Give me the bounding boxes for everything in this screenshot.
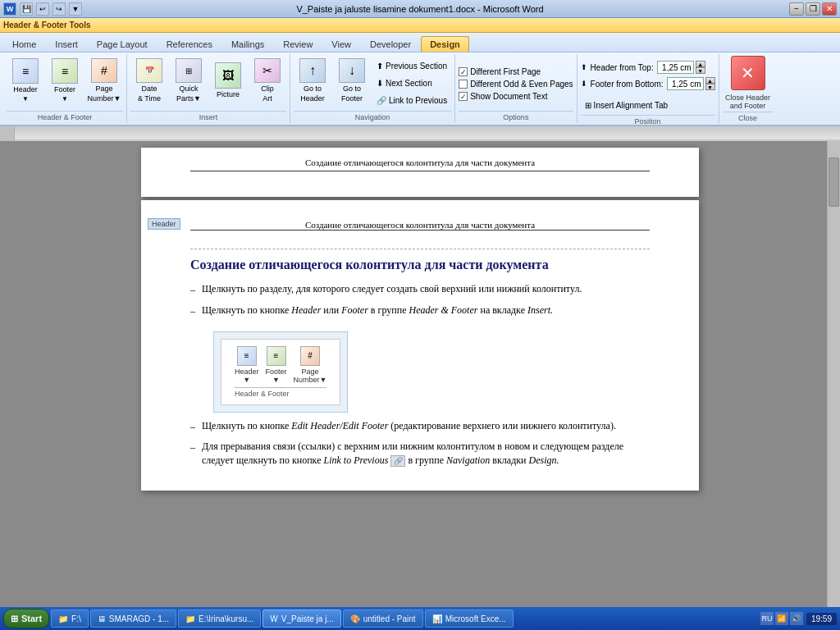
goto-header-button[interactable]: ↑ Go to Header [294,56,331,105]
diff-first-checkbox-row: Different First Page [459,66,541,77]
goto-footer-icon: ↓ [339,58,365,83]
spin-down[interactable]: ▼ [696,67,705,74]
tab-insert[interactable]: Insert [46,36,87,52]
dropdown-arrow[interactable]: ▼ [69,2,82,16]
header-from-top-spinner[interactable]: ▲ ▼ [696,61,705,74]
page-number-button[interactable]: # Page Number▼ [85,56,123,105]
close-hf-button[interactable]: ✕ Close Headerand Footer [725,56,770,110]
nav-small-buttons: ⬆ Previous Section ⬇ Next Section 🔗 Link… [372,56,451,108]
options-checkboxes: Different First Page Different Odd & Eve… [459,56,573,109]
position-fields: ⬆ Header from Top: ▲ ▼ ⬇ Footer from Bot… [581,56,715,113]
tab-home[interactable]: Home [3,36,45,52]
ribbon-group-navigation: ↑ Go to Header ↓ Go to Footer ⬆ Previous… [290,54,455,123]
hf-group-mini-label: Header & Footer [235,387,326,398]
ruler [0,126,840,141]
clipart-icon: ✂ [254,58,281,83]
ribbon-group-position: ⬆ Header from Top: ▲ ▼ ⬇ Footer from Bot… [578,54,719,123]
redo-button[interactable]: ↪ [52,2,66,16]
quick-parts-button[interactable]: ⊞ Quick Parts▼ [170,56,208,105]
top-page: Создание отличающегося колонтитула для ч… [141,148,699,197]
taskbar-item-4[interactable]: 🎨 untitled - Paint [343,609,423,628]
bullet-dash: – [190,304,195,318]
title-bar: W 💾 ↩ ↪ ▼ V_Paiste ja jaluste lisamine d… [0,0,840,18]
close-window-button[interactable]: ✕ [822,2,837,16]
taskbar-item-2[interactable]: 📁 E:\Irina\kursu... [178,609,261,628]
goto-footer-button[interactable]: ↓ Go to Footer [333,56,371,105]
taskbar-item-3[interactable]: W V_Paiste ja j... [262,609,340,628]
spin-up-footer[interactable]: ▲ [705,77,715,84]
scrollbar-thumb[interactable] [829,158,839,207]
save-button[interactable]: 💾 [20,2,33,16]
tab-review[interactable]: Review [274,36,322,52]
start-button[interactable]: ⊞ Start [3,609,49,628]
document-area: Создание отличающегося колонтитула для ч… [0,141,840,609]
date-time-button[interactable]: 📅 Date & Time [130,56,168,105]
link-to-prev-button[interactable]: 🔗 Link to Previous [372,92,451,108]
tab-page-layout[interactable]: Page Layout [88,36,157,52]
ribbon-group-header-footer: ≡ Header ▼ ≡ Footer ▼ # Page Number▼ Hea… [3,54,127,123]
footer-button[interactable]: ≡ Footer ▼ [46,56,84,105]
close-group-label: Close [723,112,774,122]
tab-design[interactable]: Design [421,36,469,52]
goto-header-icon: ↑ [299,58,326,83]
tab-developer[interactable]: Developer [361,36,420,52]
pagenum-mini-label: PageNumber▼ [294,368,327,384]
show-doc-text-checkbox[interactable] [459,92,468,101]
taskbar: ⊞ Start 📁 F:\ 🖥 SMARAGD - 1... 📁 E:\Irin… [0,607,840,630]
footer-from-bottom-input[interactable] [667,77,704,90]
contextual-tab-label: Header & Footer Tools [3,21,91,30]
header-mini: ≡ Header▼ [235,346,259,384]
diff-first-checkbox[interactable] [459,67,468,76]
tab-view[interactable]: View [322,36,360,52]
taskbar-right: RU 📶 🔊 19:59 [760,612,837,625]
header-text: Создание отличающегося колонтитула для ч… [190,217,650,231]
header-from-top-input[interactable] [657,61,694,74]
vertical-scrollbar[interactable] [827,141,840,609]
diff-odd-even-checkbox[interactable] [459,80,468,89]
system-tray: RU 📶 🔊 [760,612,803,625]
picture-button[interactable]: 🖼 Picture [209,56,247,105]
insert-group-label: Insert [130,111,286,121]
taskbar-item-1[interactable]: 🖥 SMARAGD - 1... [90,609,176,628]
spin-down-footer[interactable]: ▼ [705,84,715,90]
next-section-button[interactable]: ⬇ Next Section [372,75,451,91]
list-item: – Щелкнуть по разделу, для которого след… [190,282,650,297]
bullet-text-3: Щелкнуть по кнопке Edit Header/Edit Foot… [202,419,616,434]
tab-references[interactable]: References [158,36,221,52]
undo-button[interactable]: ↩ [36,2,49,16]
ribbon-tabs: Home Insert Page Layout References Maili… [0,33,840,52]
prev-section-button[interactable]: ⬆ Previous Section [372,57,451,74]
tray-network-icon: 📶 [775,612,788,625]
prev-page-header: Создание отличающегося колонтитула для ч… [190,154,650,171]
ribbon-group-options: Different First Page Different Odd & Eve… [455,54,577,123]
bullet-dash: – [190,283,195,297]
header-mini-icon: ≡ [237,346,257,366]
close-hf-icon: ✕ [731,56,765,90]
clip-art-button[interactable]: ✂ Clip Art [249,56,286,105]
picture-icon: 🖼 [215,62,241,89]
taskbar-item-0[interactable]: 📁 F:\ [51,609,89,628]
footer-icon: ≡ [52,58,78,84]
footer-from-bottom-field: ▲ ▼ [667,77,715,90]
footer-from-bottom-spinner[interactable]: ▲ ▼ [705,77,715,90]
title-bar-buttons: − ❐ ✕ [789,2,837,16]
spin-up[interactable]: ▲ [696,61,705,67]
tab-mailings[interactable]: Mailings [222,36,273,52]
svg-rect-0 [15,126,840,141]
ruler-svg [15,126,840,141]
footer-mini-label: Footer▼ [266,368,287,384]
image-inner: ≡ Header▼ ≡ Footer▼ # PageNumber▼ Header… [221,339,340,405]
header-button[interactable]: ≡ Header ▼ [7,56,44,105]
taskbar-item-5[interactable]: 📊 Microsoft Exce... [425,609,514,628]
bullet-text-2: Щелкнуть по кнопке Header или Footer в г… [202,304,553,318]
header-icon: ≡ [12,58,39,84]
options-group-label: Options [459,111,573,121]
bullet-dash: – [190,420,195,434]
minimize-button[interactable]: − [789,2,804,16]
nav-group-label: Navigation [294,111,451,121]
restore-button[interactable]: ❐ [806,2,820,16]
list-item: – Для прерывания связи (ссылки) с верхни… [190,440,650,468]
mini-icons: ≡ Header▼ ≡ Footer▼ # PageNumber▼ [235,346,326,384]
insert-align-tab-button[interactable]: ⊞ Insert Alignment Tab [581,97,672,113]
clock: 19:59 [806,613,837,625]
